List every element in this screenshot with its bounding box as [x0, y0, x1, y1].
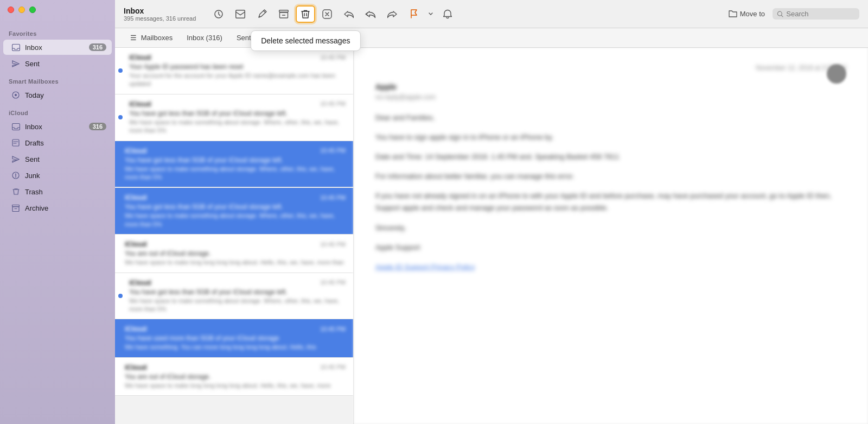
junk-icon	[11, 170, 21, 180]
email-sender: iCloud	[125, 193, 146, 201]
icloud-section-label: iCloud	[0, 103, 115, 118]
sidebar-item-favorites-sent[interactable]: Sent	[3, 56, 112, 71]
sidebar-item-drafts[interactable]: Drafts	[3, 135, 112, 150]
email-subject: You are out of iCloud storage.	[125, 373, 346, 381]
preview-para-1: You have to sign apple sign in to iPhone…	[375, 131, 846, 143]
icloud-inbox-badge: 316	[89, 123, 106, 130]
email-subject: You are out of iCloud storage.	[125, 250, 346, 257]
archive-icon	[11, 203, 21, 213]
email-preview: We have space to make something about st…	[125, 212, 346, 229]
list-item[interactable]: iCloud 10:45 PM Your Apple ID password h…	[115, 48, 353, 94]
move-to-label: Move to	[740, 10, 765, 18]
email-preview: We have space to make something about st…	[129, 297, 346, 314]
toolbar: Inbox 395 messages, 316 unread	[115, 0, 868, 28]
email-sender: iCloud	[125, 363, 146, 371]
unread-indicator	[118, 68, 123, 73]
mailbox-subtitle: 395 messages, 316 unread	[124, 15, 196, 22]
svg-rect-10	[279, 10, 289, 12]
svg-rect-4	[12, 140, 19, 146]
app-container: Favorites Inbox 316 Sent Smart Mailboxes	[0, 0, 868, 424]
favorites-section-label: Favorites	[0, 24, 115, 39]
unread-indicator	[118, 294, 123, 298]
svg-point-2	[15, 94, 17, 96]
email-time: 10:45 PM	[320, 279, 346, 286]
email-subject: Your Apple ID password has been reset	[129, 63, 346, 71]
notifications-button[interactable]	[438, 5, 457, 23]
forward-button[interactable]	[382, 5, 402, 23]
archive-button[interactable]	[274, 5, 293, 23]
list-item[interactable]: iCloud 10:45 PM You have got less than 5…	[115, 188, 353, 235]
mailbox-title: Inbox	[124, 7, 196, 15]
search-input[interactable]	[786, 10, 855, 18]
email-subject: You have got less than 5GB of your iClou…	[129, 288, 346, 296]
sidebar-item-archive[interactable]: Archive	[3, 200, 112, 216]
svg-rect-6	[12, 205, 20, 206]
email-preview: We have space to make something about st…	[125, 165, 346, 182]
tab-inbox[interactable]: Inbox (316)	[180, 31, 229, 44]
email-sender: iCloud	[129, 279, 151, 287]
reply-all-button[interactable]	[361, 5, 380, 23]
flag-dropdown-button[interactable]	[426, 5, 436, 23]
sidebar-item-favorites-inbox[interactable]: Inbox 316	[3, 40, 112, 55]
email-sender: iCloud	[125, 240, 146, 248]
content-area: iCloud 10:45 PM Your Apple ID password h…	[115, 48, 868, 424]
email-subject: You have got less than 5GB of your iClou…	[129, 110, 346, 117]
preview-para-5: Sincerely,	[375, 222, 846, 234]
sidebar-label-archive: Archive	[25, 204, 106, 212]
sent-icon	[11, 59, 21, 68]
preview-para-6: Apple Support	[375, 242, 846, 254]
sidebar-item-icloud-sent[interactable]: Sent	[3, 151, 112, 167]
new-message-button[interactable]	[231, 5, 250, 23]
email-time: 10:45 PM	[320, 364, 346, 370]
preview-body: Dear and Families, You have to sign appl…	[375, 112, 846, 273]
today-icon	[11, 90, 21, 100]
sidebar-item-junk[interactable]: Junk	[3, 168, 112, 183]
email-sender: iCloud	[129, 100, 151, 108]
unread-indicator	[118, 115, 123, 119]
sidebar-item-trash[interactable]: Trash	[3, 184, 112, 199]
list-item[interactable]: iCloud 10:45 PM You are out of iCloud st…	[115, 235, 353, 273]
preview-para-4: If you have not already signed in on an …	[375, 190, 846, 214]
junk-button[interactable]	[317, 5, 337, 23]
list-item[interactable]: iCloud 10:45 PM You have got less than 5…	[115, 141, 353, 188]
list-item[interactable]: iCloud 10:45 PM You have used more than …	[115, 319, 353, 357]
sidebar-item-today[interactable]: Today	[3, 87, 112, 103]
list-item[interactable]: iCloud 10:45 PM You are out of iCloud st…	[115, 358, 353, 396]
preview-sender-name: Apple	[375, 83, 846, 91]
maximize-button[interactable]	[29, 7, 36, 13]
email-preview: We have something. You can move long lon…	[125, 343, 346, 351]
move-to-button[interactable]: Move to	[723, 8, 770, 20]
mailboxes-icon: ☰	[130, 34, 137, 42]
sidebar-label-today: Today	[25, 91, 106, 99]
list-item[interactable]: iCloud 10:45 PM You have got less than 5…	[115, 94, 353, 141]
email-time: 10:45 PM	[320, 100, 346, 107]
email-time: 10:45 PM	[320, 326, 346, 332]
icloud-inbox-icon	[11, 122, 21, 131]
preview-para-2: Date and Time: 14 September 2018. 1.45 P…	[375, 151, 846, 163]
tooltip-text: Delete selected messages	[251, 30, 360, 51]
drafts-icon	[11, 138, 21, 148]
reply-button[interactable]	[339, 5, 359, 23]
svg-rect-3	[12, 123, 20, 130]
sidebar-label-icloud-inbox: Inbox	[25, 123, 89, 131]
compose-button[interactable]	[252, 5, 272, 23]
inbox-icon	[11, 42, 21, 52]
flag-button[interactable]	[404, 5, 424, 23]
svg-rect-9	[236, 10, 245, 18]
email-subject: You have got less than 5GB of your iClou…	[125, 156, 346, 164]
preview-link[interactable]: Apple ID Support Privacy Policy	[375, 263, 475, 271]
minimize-button[interactable]	[18, 7, 25, 13]
list-item[interactable]: iCloud 10:45 PM You have got less than 5…	[115, 273, 353, 320]
delete-button[interactable]	[296, 5, 315, 23]
delete-btn-container: Delete selected messages	[296, 5, 315, 23]
traffic-lights	[8, 7, 36, 13]
sidebar-item-icloud-inbox[interactable]: Inbox 316	[3, 119, 112, 134]
email-preview-pane: November 12, 2018 at 3:55 PM Apple no-re…	[354, 48, 868, 424]
tab-mailboxes[interactable]: ☰ Mailboxes	[124, 31, 179, 44]
email-time: 10:45 PM	[320, 147, 346, 154]
close-button[interactable]	[8, 7, 14, 13]
main-content: Inbox 395 messages, 316 unread	[115, 0, 868, 424]
email-preview: Your account for the account for your Ap…	[129, 72, 346, 88]
trash-sidebar-icon	[11, 187, 21, 197]
get-mail-button[interactable]	[209, 5, 228, 23]
